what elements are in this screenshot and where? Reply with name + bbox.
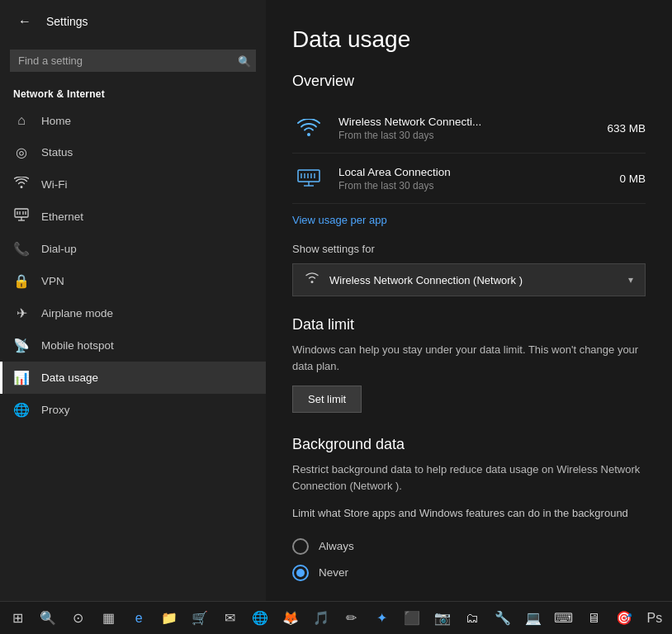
sidebar-item-label: VPN <box>41 275 64 287</box>
data-limit-title: Data limit <box>292 316 646 334</box>
data-limit-desc: Windows can help you stay under your dat… <box>292 342 646 374</box>
search-icon[interactable]: 🔍 <box>238 54 251 67</box>
sidebar-header: ← Settings <box>0 0 266 43</box>
radio-always[interactable]: Always <box>292 533 646 560</box>
wifi-icon <box>13 177 30 192</box>
sidebar-item-label: Wi-Fi <box>41 178 67 191</box>
app1-button[interactable]: ⬛ <box>398 603 427 633</box>
sidebar-section-label: Network & Internet <box>0 82 266 105</box>
usage-item-lan: Local Area Connection From the last 30 d… <box>292 154 646 204</box>
sidebar-item-airplane[interactable]: ✈ Airplane mode <box>0 297 266 329</box>
sidebar-item-label: Status <box>41 146 73 158</box>
sidebar-item-label: Airplane mode <box>41 307 113 319</box>
sidebar-item-label: Data usage <box>41 371 98 384</box>
wireless-icon <box>292 111 325 144</box>
set-limit-button[interactable]: Set limit <box>292 386 362 413</box>
sidebar-item-label: Home <box>41 115 71 127</box>
lan-info: Local Area Connection From the last 30 d… <box>338 166 606 192</box>
sidebar-item-proxy[interactable]: 🌐 Proxy <box>0 394 266 426</box>
store-button[interactable]: 🛒 <box>185 603 214 633</box>
lan-name: Local Area Connection <box>338 166 606 178</box>
start-button[interactable]: ⊞ <box>3 603 32 633</box>
chrome-button[interactable]: 🌐 <box>246 603 275 633</box>
photoshop-button[interactable]: Ps <box>640 603 669 633</box>
main-content: Data usage Overview Wireless Network Con… <box>266 0 672 634</box>
sidebar-item-ethernet[interactable]: Ethernet <box>0 200 266 233</box>
dropdown-wifi-icon <box>305 272 319 287</box>
vpn-icon: 🔒 <box>13 273 30 289</box>
datausage-icon: 📊 <box>13 370 30 386</box>
radio-circle-always <box>292 538 309 555</box>
sidebar: ← Settings 🔍 Network & Internet ⌂ Home ◎… <box>0 0 266 611</box>
page-title: Data usage <box>292 26 646 53</box>
wireless-sub: From the last 30 days <box>338 130 594 141</box>
sidebar-item-dialup[interactable]: 📞 Dial-up <box>0 233 266 265</box>
wireless-name: Wireless Network Connecti... <box>338 116 594 128</box>
vscode-button[interactable]: ✦ <box>367 603 396 633</box>
wireless-info: Wireless Network Connecti... From the la… <box>338 116 594 141</box>
wireless-amount: 633 MB <box>607 122 646 135</box>
back-button[interactable]: ← <box>13 10 36 33</box>
proxy-icon: 🌐 <box>13 402 30 418</box>
multitasking-button[interactable]: ▦ <box>94 603 123 633</box>
view-usage-link[interactable]: View usage per app <box>292 214 387 226</box>
radio-group: Always Never <box>292 533 646 586</box>
hotspot-icon: 📡 <box>13 338 30 353</box>
radio-circle-never <box>292 565 309 581</box>
dropdown-value: Wireless Network Connection (Network ) <box>329 274 523 286</box>
music-button[interactable]: 🎵 <box>306 603 335 633</box>
bg-data-limit-label: Limit what Store apps and Windows featur… <box>292 505 646 522</box>
chevron-down-icon: ▾ <box>628 274 633 286</box>
app3-button[interactable]: 🗂 <box>458 603 487 633</box>
sidebar-item-home[interactable]: ⌂ Home <box>0 105 266 136</box>
show-settings-label: Show settings for <box>292 243 646 255</box>
radio-label-always: Always <box>319 540 354 552</box>
status-icon: ◎ <box>13 144 30 160</box>
sidebar-item-label: Proxy <box>41 404 70 416</box>
bg-data-title: Background data <box>292 436 646 453</box>
app2-button[interactable]: 📷 <box>428 603 457 633</box>
home-icon: ⌂ <box>13 113 30 128</box>
sidebar-item-status[interactable]: ◎ Status <box>0 136 266 168</box>
notepad-button[interactable]: ✏ <box>337 603 366 633</box>
lan-sub: From the last 30 days <box>338 180 606 192</box>
airplane-icon: ✈ <box>13 305 30 321</box>
radio-inner-never <box>296 569 305 577</box>
usage-item-wireless: Wireless Network Connecti... From the la… <box>292 103 646 154</box>
search-input[interactable] <box>10 50 256 72</box>
sidebar-item-wifi[interactable]: Wi-Fi <box>0 168 266 200</box>
edge-button[interactable]: e <box>125 603 154 633</box>
task-view-button[interactable]: ⊙ <box>64 603 92 633</box>
sidebar-item-vpn[interactable]: 🔒 VPN <box>0 265 266 297</box>
connection-dropdown[interactable]: Wireless Network Connection (Network ) ▾ <box>292 263 646 296</box>
app6-button[interactable]: ⌨ <box>549 603 578 633</box>
taskbar: ⊞ 🔍 ⊙ ▦ e 📁 🛒 ✉ 🌐 🦊 🎵 ✏ ✦ ⬛ 📷 🗂 🔧 💻 ⌨ 🖥 … <box>0 601 672 634</box>
ethernet-icon <box>13 208 30 225</box>
sidebar-item-label: Ethernet <box>41 211 83 223</box>
dropdown-left: Wireless Network Connection (Network ) <box>305 272 523 287</box>
app4-button[interactable]: 🔧 <box>489 603 518 633</box>
lan-icon <box>292 162 325 195</box>
bg-data-desc: Restrict background data to help reduce … <box>292 461 646 494</box>
sidebar-item-label: Dial-up <box>41 243 77 255</box>
sidebar-item-datausage[interactable]: 📊 Data usage <box>0 362 266 394</box>
search-button[interactable]: 🔍 <box>34 603 63 633</box>
app5-button[interactable]: 💻 <box>518 603 547 633</box>
sidebar-item-label: Mobile hotspot <box>41 339 114 352</box>
radio-never[interactable]: Never <box>292 560 646 586</box>
app-title: Settings <box>46 15 88 28</box>
app7-button[interactable]: 🖥 <box>580 603 608 633</box>
explorer-button[interactable]: 📁 <box>155 603 184 633</box>
search-box-container: 🔍 <box>10 50 256 72</box>
overview-title: Overview <box>292 73 646 90</box>
mail-button[interactable]: ✉ <box>215 603 244 633</box>
sidebar-item-hotspot[interactable]: 📡 Mobile hotspot <box>0 329 266 362</box>
dialup-icon: 📞 <box>13 241 30 257</box>
firefox-button[interactable]: 🦊 <box>277 603 305 633</box>
radio-label-never: Never <box>319 566 348 579</box>
lan-amount: 0 MB <box>619 173 646 185</box>
app8-button[interactable]: 🎯 <box>610 603 639 633</box>
